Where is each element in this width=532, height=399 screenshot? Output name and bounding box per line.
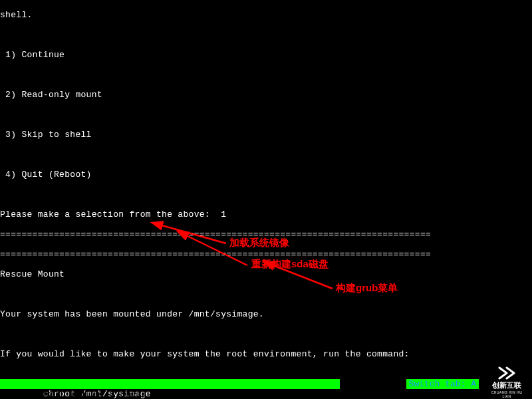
- menu-option-quit[interactable]: 4) Quit (Reboot): [0, 170, 92, 180]
- annotation-load-image: 加载系统镜像: [229, 237, 289, 249]
- status-bar: [anaconda] 1:main* 2:shell 3:log 4:stora…: [0, 379, 340, 389]
- selection-prompt: Please make a selection from the above: …: [0, 209, 226, 219]
- terminal-output: shell. 1) Continue 2) Read-only mount 3)…: [0, 0, 532, 399]
- menu-option-continue[interactable]: 1) Continue: [0, 50, 65, 60]
- line: shell.: [0, 10, 33, 20]
- annotation-build-grub-menu: 构建grub菜单: [336, 282, 398, 295]
- logo-brand-text: 创新互联: [487, 380, 527, 390]
- section-title: Rescue Mount: [0, 269, 65, 279]
- message-chroot-hint: If you would like to make your system th…: [0, 349, 410, 359]
- separator: ========================================…: [0, 249, 431, 259]
- brand-logo: 创新互联 CHUANG XIN HU LIAN: [487, 366, 527, 392]
- status-tabs[interactable]: [anaconda] 1:main* 2:shell 3:log 4:stora…: [12, 389, 338, 399]
- menu-option-readonly[interactable]: 2) Read-only mount: [0, 90, 102, 100]
- logo-sub-text: CHUANG XIN HU LIAN: [487, 390, 527, 398]
- annotation-rebuild-sda: 重新构建sda磁盘: [251, 258, 329, 271]
- menu-option-shell[interactable]: 3) Skip to shell: [0, 130, 92, 140]
- separator: ========================================…: [0, 229, 431, 239]
- logo-icon: [495, 366, 518, 380]
- status-switch-hint: Switch tab: A: [406, 379, 479, 389]
- message-mounted: Your system has been mounted under /mnt/…: [0, 309, 264, 319]
